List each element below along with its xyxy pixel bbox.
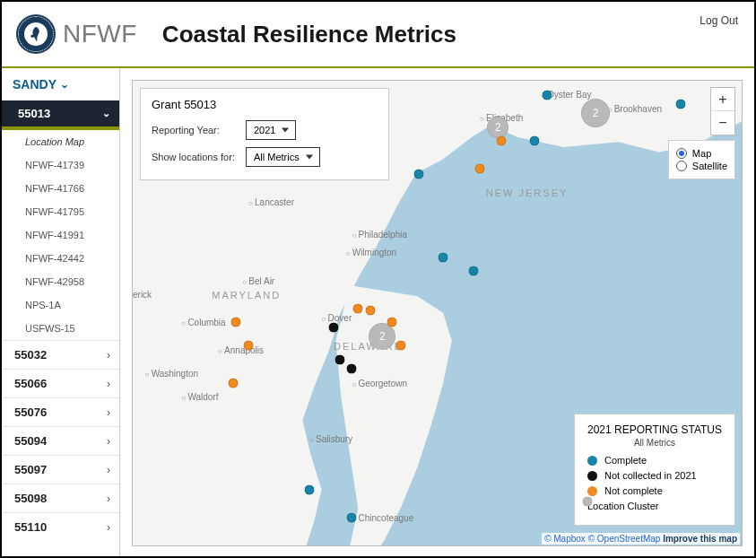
maptype-map-option[interactable]: Map bbox=[676, 148, 727, 159]
map-legend: 2021 REPORTING STATUS All Metrics Comple… bbox=[574, 414, 735, 526]
sidebar-sub-item[interactable]: NFWF-42958 bbox=[2, 270, 119, 293]
maptype-satellite-option[interactable]: Satellite bbox=[676, 161, 727, 171]
sidebar-grant-item[interactable]: 55076› bbox=[2, 397, 119, 426]
map-type-switch: Map Satellite bbox=[668, 140, 735, 179]
nfwf-logo bbox=[16, 14, 56, 54]
radio-icon bbox=[676, 148, 687, 159]
org-name: NFWF bbox=[63, 20, 137, 48]
chevron-down-icon: ⌄ bbox=[60, 78, 69, 91]
chevron-right-icon: › bbox=[107, 521, 110, 534]
chevron-right-icon: › bbox=[107, 464, 110, 476]
page-title: Coastal Resilience Metrics bbox=[162, 21, 456, 48]
sidebar-grant-item[interactable]: 55094› bbox=[2, 426, 119, 455]
map-point-notcomplete[interactable] bbox=[244, 341, 254, 351]
legend-row: Complete bbox=[587, 455, 722, 466]
legend-swatch bbox=[587, 471, 597, 481]
app-header: NFWF Coastal Resilience Metrics Log Out bbox=[2, 2, 754, 68]
map-cluster[interactable]: 2 bbox=[487, 117, 508, 138]
map-landmass bbox=[316, 285, 486, 546]
maptype-satellite-label: Satellite bbox=[692, 161, 727, 171]
sidebar: SANDY ⌄ 55013 ⌄ Location MapNFWF-41739NF… bbox=[2, 68, 120, 556]
region-label: SANDY bbox=[13, 77, 56, 92]
map-point-notcomplete[interactable] bbox=[395, 341, 405, 351]
chevron-right-icon: › bbox=[107, 435, 110, 448]
legend-row: Not complete bbox=[587, 485, 722, 496]
zoom-out-button[interactable]: − bbox=[711, 111, 734, 135]
improve-map-link[interactable]: Improve this map bbox=[663, 534, 737, 544]
map-point-complete[interactable] bbox=[530, 136, 540, 146]
active-grant-id: 55013 bbox=[18, 107, 50, 120]
legend-swatch bbox=[587, 456, 597, 466]
attribution-osm[interactable]: © OpenStreetMap bbox=[588, 534, 661, 544]
reporting-year-select[interactable]: 2021 bbox=[246, 120, 296, 140]
map-point-complete[interactable] bbox=[304, 484, 314, 494]
sidebar-sub-item[interactable]: Location Map bbox=[2, 130, 119, 153]
map-point-complete[interactable] bbox=[347, 512, 357, 522]
map-point-notcomplete[interactable] bbox=[365, 306, 375, 316]
region-selector[interactable]: SANDY ⌄ bbox=[2, 68, 119, 100]
map-point-complete[interactable] bbox=[469, 266, 479, 276]
sidebar-sub-item[interactable]: NFWF-41739 bbox=[2, 153, 119, 177]
legend-row: Not collected in 2021 bbox=[587, 470, 722, 481]
map-point-notcomplete[interactable] bbox=[229, 378, 239, 388]
sidebar-sub-item[interactable]: NFWF-41766 bbox=[2, 177, 119, 200]
map-point-notcomplete[interactable] bbox=[231, 318, 241, 327]
reporting-year-label: Reporting Year: bbox=[152, 125, 237, 135]
sidebar-grant-item[interactable]: 55110› bbox=[2, 512, 119, 541]
maptype-map-label: Map bbox=[692, 148, 711, 159]
zoom-control: + − bbox=[710, 87, 735, 135]
map-control-panel: Grant 55013 Reporting Year: 2021 Show lo… bbox=[140, 88, 389, 180]
map-point-notcomplete[interactable] bbox=[387, 318, 396, 327]
map-container: NEW JERSEYMARYLANDDELAWARE Oyster BayBro… bbox=[120, 68, 754, 556]
sidebar-sub-item[interactable]: NFWF-41795 bbox=[2, 200, 119, 223]
logout-link[interactable]: Log Out bbox=[700, 14, 738, 27]
show-locations-label: Show locations for: bbox=[152, 152, 237, 162]
map-point-complete[interactable] bbox=[542, 90, 552, 100]
legend-row: Location Cluster bbox=[587, 501, 722, 511]
legend-title: 2021 REPORTING STATUS bbox=[587, 423, 722, 436]
chevron-right-icon: › bbox=[107, 406, 110, 419]
legend-subtitle: All Metrics bbox=[587, 438, 722, 448]
location-map[interactable]: NEW JERSEYMARYLANDDELAWARE Oyster BayBro… bbox=[132, 80, 743, 546]
attribution-mapbox[interactable]: © Mapbox bbox=[544, 534, 586, 544]
chevron-right-icon: › bbox=[107, 378, 110, 390]
sidebar-grant-item[interactable]: 55032› bbox=[2, 340, 119, 369]
sidebar-sub-item[interactable]: NFWF-42442 bbox=[2, 247, 119, 270]
map-point-notcollected[interactable] bbox=[329, 322, 339, 332]
map-city-label: Salisbury bbox=[309, 434, 352, 444]
sidebar-sub-item[interactable]: NPS-1A bbox=[2, 293, 119, 317]
sidebar-grant-active[interactable]: 55013 ⌄ bbox=[2, 100, 119, 130]
show-locations-select[interactable]: All Metrics bbox=[246, 147, 320, 167]
map-point-notcomplete[interactable] bbox=[496, 136, 506, 146]
map-point-complete[interactable] bbox=[676, 99, 686, 109]
map-point-notcollected[interactable] bbox=[335, 354, 344, 364]
legend-swatch bbox=[582, 496, 592, 506]
chevron-down-icon: ⌄ bbox=[102, 108, 110, 119]
grant-header: Grant 55013 bbox=[152, 98, 378, 111]
sidebar-grant-item[interactable]: 55098› bbox=[2, 484, 119, 512]
map-point-notcomplete[interactable] bbox=[353, 303, 363, 313]
map-point-complete[interactable] bbox=[414, 169, 424, 179]
sidebar-sub-item[interactable]: NFWF-41991 bbox=[2, 223, 119, 247]
map-point-notcomplete[interactable] bbox=[475, 164, 485, 174]
map-point-complete[interactable] bbox=[439, 252, 448, 262]
chevron-right-icon: › bbox=[107, 493, 110, 505]
legend-swatch bbox=[587, 486, 597, 496]
sidebar-sub-item[interactable]: USFWS-15 bbox=[2, 317, 119, 340]
map-attribution: © Mapbox © OpenStreetMap Improve this ma… bbox=[542, 533, 740, 545]
map-cluster[interactable]: 2 bbox=[581, 99, 610, 127]
map-point-notcollected[interactable] bbox=[347, 364, 357, 374]
radio-icon bbox=[676, 161, 687, 171]
sidebar-grant-item[interactable]: 55066› bbox=[2, 369, 119, 397]
chevron-right-icon: › bbox=[107, 349, 110, 362]
logo-bird-icon bbox=[24, 22, 48, 46]
sidebar-grant-item[interactable]: 55097› bbox=[2, 455, 119, 484]
zoom-in-button[interactable]: + bbox=[711, 88, 734, 111]
map-state-label: NEW JERSEY bbox=[486, 187, 569, 198]
